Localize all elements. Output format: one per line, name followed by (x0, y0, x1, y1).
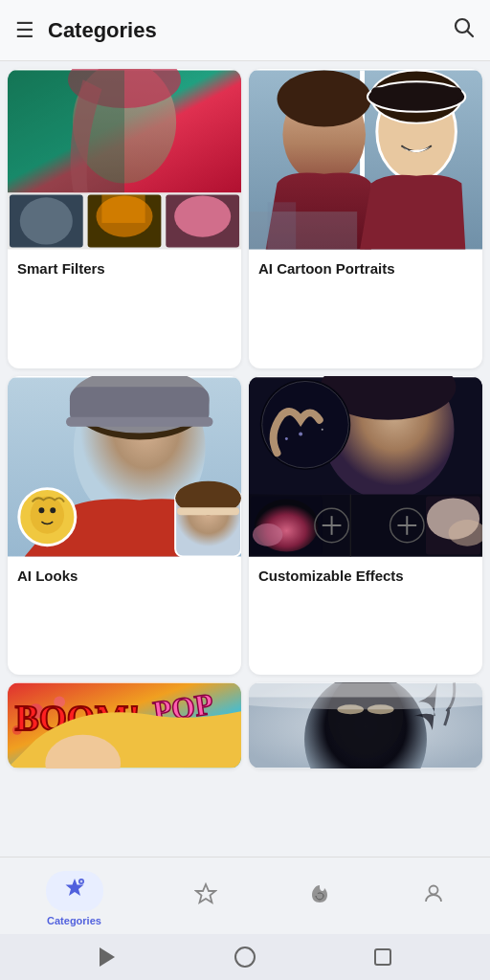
card-image-dark-portraits (249, 682, 482, 768)
svg-rect-29 (66, 417, 212, 427)
favorites-icon (194, 882, 217, 911)
categories-grid: Smart Filters (0, 61, 490, 857)
bottom-navigation: Categories (0, 857, 490, 934)
svg-rect-36 (177, 507, 239, 515)
svg-point-33 (50, 507, 56, 513)
home-button[interactable] (233, 945, 257, 969)
card-label-ai-cartoon: AI Cartoon Portraits (249, 251, 482, 288)
card-label-ai-looks: AI Looks (8, 558, 241, 595)
card-image-custom-effects (249, 376, 482, 558)
svg-point-32 (38, 507, 44, 513)
svg-point-46 (322, 428, 323, 430)
nav-item-profile[interactable] (407, 879, 460, 919)
category-card-comic[interactable]: BOOM! POP (8, 682, 241, 768)
menu-icon[interactable]: ☰ (15, 20, 34, 41)
categories-nav-label: Categories (47, 915, 101, 926)
svg-point-8 (20, 197, 73, 244)
category-card-ai-cartoon[interactable]: AI Cartoon Portraits (249, 69, 482, 368)
svg-rect-11 (101, 194, 145, 223)
nav-item-favorites[interactable] (179, 879, 233, 919)
recent-apps-button[interactable] (370, 945, 395, 969)
back-button[interactable] (95, 945, 120, 969)
profile-icon (422, 882, 445, 911)
category-card-dark-portraits[interactable] (249, 682, 482, 768)
trending-icon (308, 882, 331, 911)
card-image-ai-cartoon (249, 69, 482, 251)
svg-point-13 (174, 195, 231, 236)
system-navigation (0, 934, 490, 980)
category-card-custom-effects[interactable]: Customizable Effects (249, 376, 482, 676)
svg-rect-23 (268, 202, 297, 249)
svg-point-45 (299, 432, 302, 435)
svg-rect-22 (249, 212, 357, 249)
card-label-custom-effects: Customizable Effects (249, 558, 482, 595)
app-header: ☰ Categories (0, 0, 490, 61)
card-image-comic: BOOM! POP (8, 682, 241, 768)
svg-point-31 (31, 496, 64, 533)
category-card-ai-looks[interactable]: AI Looks (8, 376, 241, 676)
nav-item-categories[interactable]: Categories (31, 867, 119, 930)
categories-icon (63, 877, 86, 905)
svg-point-17 (278, 71, 371, 127)
svg-point-75 (249, 682, 482, 709)
card-image-smart-filters (8, 69, 241, 251)
svg-rect-5 (8, 71, 124, 193)
svg-point-77 (429, 886, 437, 895)
svg-point-47 (285, 437, 288, 440)
card-label-smart-filters: Smart Filters (8, 251, 241, 288)
svg-rect-21 (371, 87, 461, 100)
nav-item-trending[interactable] (293, 879, 346, 919)
category-card-smart-filters[interactable]: Smart Filters (8, 69, 241, 368)
svg-point-51 (253, 523, 282, 546)
svg-line-1 (468, 31, 474, 36)
search-icon[interactable] (454, 17, 475, 44)
page-title: Categories (48, 18, 454, 43)
card-image-ai-looks (8, 376, 241, 558)
